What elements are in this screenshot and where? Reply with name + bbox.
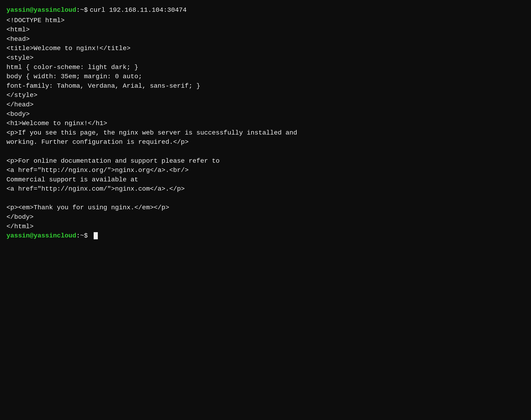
prompt-separator-1: :~$ xyxy=(76,6,88,15)
output-line: <!DOCTYPE html> xyxy=(6,16,525,25)
prompt-user-1: yassin@yassincloud xyxy=(6,6,76,15)
output-line: <html> xyxy=(6,25,525,35)
output-line: <p><em>Thank you for using nginx.</em></… xyxy=(6,203,525,212)
output-block: <!DOCTYPE html><html><head><title>Welcom… xyxy=(6,16,525,231)
output-line: <h1>Welcome to nginx!</h1> xyxy=(6,119,525,128)
prompt-user-2: yassin@yassincloud xyxy=(6,231,76,241)
output-line: </html> xyxy=(6,222,525,231)
prompt-cursor-area xyxy=(90,231,98,241)
output-line: Commercial support is available at xyxy=(6,175,525,185)
output-line xyxy=(6,147,525,156)
output-line: <style> xyxy=(6,53,525,63)
output-line: <p>If you see this page, the nginx web s… xyxy=(6,128,525,138)
prompt-separator-2: :~$ xyxy=(76,231,88,241)
output-line: </style> xyxy=(6,91,525,100)
output-line: <p>For online documentation and support … xyxy=(6,156,525,166)
prompt-command-1: curl 192.168.11.104:30474 xyxy=(90,6,187,15)
output-line xyxy=(6,194,525,203)
prompt-line-2: yassin@yassincloud :~$ xyxy=(6,231,525,241)
output-line: <head> xyxy=(6,35,525,44)
output-line: body { width: 35em; margin: 0 auto; xyxy=(6,72,525,81)
terminal-window: yassin@yassincloud :~$ curl 192.168.11.1… xyxy=(6,6,525,241)
prompt-line-1: yassin@yassincloud :~$ curl 192.168.11.1… xyxy=(6,6,525,15)
output-line: font-family: Tahoma, Verdana, Arial, san… xyxy=(6,81,525,91)
output-line: html { color-scheme: light dark; } xyxy=(6,63,525,72)
output-line: <a href="http://nginx.com/">nginx.com</a… xyxy=(6,184,525,194)
output-line: </head> xyxy=(6,100,525,110)
output-line: <a href="http://nginx.org/">nginx.org</a… xyxy=(6,166,525,175)
cursor-block xyxy=(94,232,98,239)
output-line: <body> xyxy=(6,110,525,119)
output-line: <title>Welcome to nginx!</title> xyxy=(6,44,525,53)
output-line: </body> xyxy=(6,212,525,222)
output-line: working. Further configuration is requir… xyxy=(6,137,525,147)
